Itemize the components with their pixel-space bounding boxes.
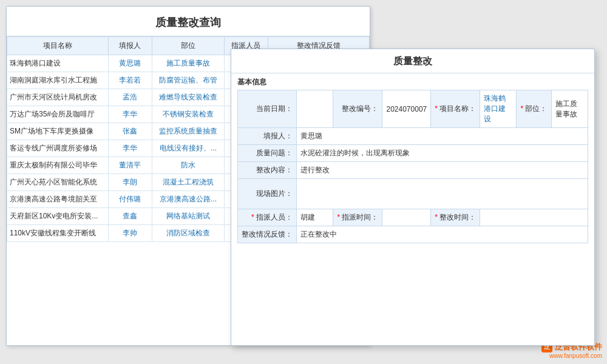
feedback-label: 整改情况反馈： <box>238 226 297 243</box>
col-header-dept: 部位 <box>152 37 224 55</box>
project-name-value[interactable]: 珠海鹤港口建设 <box>480 90 517 128</box>
cell-reporter: 董清平 <box>109 157 152 174</box>
cell-reporter: 付伟璐 <box>109 191 152 208</box>
cell-name: SM广场地下车库更换摄像 <box>7 123 109 140</box>
assignee-label: * 指派人员： <box>238 209 297 226</box>
cell-reporter: 查鑫 <box>109 208 152 225</box>
main-title: 质量整改查询 <box>7 7 370 36</box>
site-photo-value[interactable] <box>297 179 588 209</box>
current-date-value[interactable] <box>297 90 333 128</box>
rectify-no-value[interactable]: 2024070007 <box>382 90 431 128</box>
cell-dept: 监控系统质量抽查 <box>152 123 224 140</box>
rectify-content-value[interactable]: 进行整改 <box>297 162 588 179</box>
cell-reporter: 李华 <box>109 140 152 157</box>
detail-title: 质量整改 <box>231 49 594 73</box>
form-row-5: 现场图片： <box>238 179 588 209</box>
form-row-3: 质量问题： 水泥砼灌注的时候，出现离析现象 <box>238 145 588 162</box>
cell-dept: 网络基站测试 <box>152 208 224 225</box>
cell-reporter: 李华 <box>109 106 152 123</box>
cell-name: 广州天心苑小区智能化系统 <box>7 174 109 191</box>
current-date-label: 当前日期： <box>238 90 297 128</box>
cell-reporter: 孟浩 <box>109 89 152 106</box>
cell-dept: 电线没有接好、... <box>152 140 224 157</box>
feedback-value[interactable]: 正在整改中 <box>297 226 588 243</box>
rectify-time-value[interactable] <box>480 209 588 226</box>
form-table: 当前日期： 整改编号： 2024070007 * 项目名称： 珠海鹤港口建设 *… <box>237 90 588 243</box>
form-row-1: 当前日期： 整改编号： 2024070007 * 项目名称： 珠海鹤港口建设 *… <box>238 90 588 128</box>
rectify-time-label: * 整改时间： <box>431 209 480 226</box>
cell-reporter: 李朗 <box>109 174 152 191</box>
assign-time-label: * 指派时间： <box>333 209 382 226</box>
reporter-value[interactable]: 黄思璐 <box>297 128 588 145</box>
cell-name: 110kV安徽线程集变开断线 <box>7 225 109 242</box>
detail-panel: 质量整改 基本信息 当前日期： 整改编号： 2024070007 * 项目名称：… <box>231 49 595 346</box>
quality-issue-label: 质量问题： <box>238 145 297 162</box>
dept-label: * 部位： <box>517 90 551 128</box>
form-row-6: * 指派人员： 胡建 * 指派时间： * 整改时间： <box>238 209 588 226</box>
form-row-4: 整改内容： 进行整改 <box>238 162 588 179</box>
cell-reporter: 李若若 <box>109 72 152 89</box>
form-row-7: 整改情况反馈： 正在整改中 <box>238 226 588 243</box>
cell-dept: 难燃导线安装检查 <box>152 89 224 106</box>
detail-form: 当前日期： 整改编号： 2024070007 * 项目名称： 珠海鹤港口建设 *… <box>231 90 594 243</box>
cell-name: 重庆太极制药有限公司毕华 <box>7 157 109 174</box>
cell-dept: 京港澳高速公路... <box>152 191 224 208</box>
cell-dept: 不锈钢安装检查 <box>152 106 224 123</box>
quality-issue-value[interactable]: 水泥砼灌注的时候，出现离析现象 <box>297 145 588 162</box>
logo-url: www.fanpusoft.com <box>549 352 602 359</box>
cell-reporter: 黄思璐 <box>109 55 152 72</box>
col-header-name: 项目名称 <box>7 37 109 55</box>
rectify-no-label: 整改编号： <box>333 90 382 128</box>
cell-name: 珠海鹤港口建设 <box>7 55 109 72</box>
cell-name: 湖南洞庭湖水库引水工程施 <box>7 72 109 89</box>
site-photo-label: 现场图片： <box>238 179 297 209</box>
cell-dept: 防腐管运输、布管 <box>152 72 224 89</box>
cell-name: 万达广场35#会所及咖啡厅 <box>7 106 109 123</box>
form-row-2: 填报人： 黄思璐 <box>238 128 588 145</box>
col-header-reporter: 填报人 <box>109 37 152 55</box>
project-name-label: * 项目名称： <box>431 90 480 128</box>
cell-name: 客运专线广州调度所姿修场 <box>7 140 109 157</box>
cell-name: 京港澳高速公路粤境韶关至 <box>7 191 109 208</box>
cell-dept: 施工质量事故 <box>152 55 224 72</box>
cell-reporter: 李帅 <box>109 225 152 242</box>
cell-dept: 消防区域检查 <box>152 225 224 242</box>
section-label: 基本信息 <box>231 73 594 90</box>
rectify-content-label: 整改内容： <box>238 162 297 179</box>
cell-dept: 混凝土工程浇筑 <box>152 174 224 191</box>
dept-value[interactable]: 施工质量事故 <box>551 90 588 128</box>
cell-name: 广州市天河区统计局机房改 <box>7 89 109 106</box>
reporter-label: 填报人： <box>238 128 297 145</box>
cell-dept: 防水 <box>152 157 224 174</box>
cell-reporter: 张鑫 <box>109 123 152 140</box>
assign-time-value[interactable] <box>382 209 431 226</box>
cell-name: 天府新区10Kv变电所安装... <box>7 208 109 225</box>
assignee-value[interactable]: 胡建 <box>297 209 333 226</box>
